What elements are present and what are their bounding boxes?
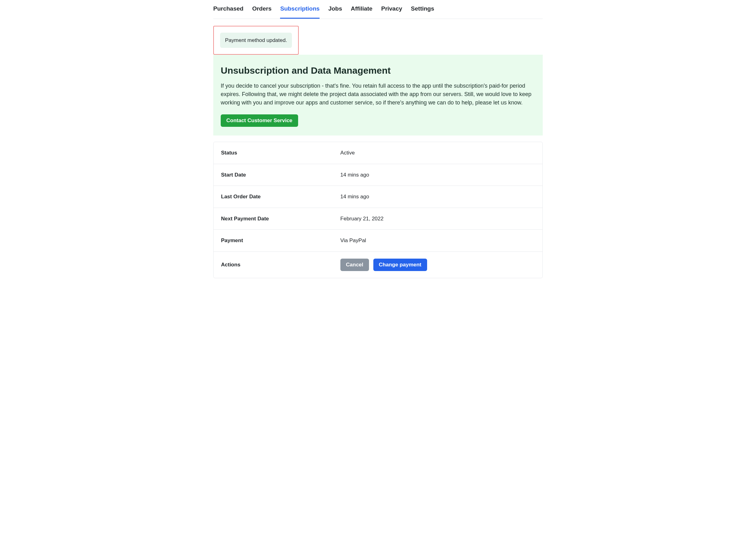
alert-message: Payment method updated. [225,37,287,43]
info-panel-body: If you decide to cancel your subscriptio… [221,82,535,107]
tab-settings[interactable]: Settings [411,0,434,19]
alert-highlight-box: Payment method updated. [213,26,299,55]
detail-label-last-order-date: Last Order Date [221,193,340,201]
tab-privacy[interactable]: Privacy [381,0,402,19]
detail-row-payment: Payment Via PayPal [214,230,542,252]
tab-orders[interactable]: Orders [252,0,271,19]
alert-success: Payment method updated. [220,33,292,48]
detail-label-status: Status [221,149,340,157]
detail-row-actions: Actions Cancel Change payment [214,252,542,278]
detail-row-last-order-date: Last Order Date 14 mins ago [214,186,542,208]
contact-customer-service-button[interactable]: Contact Customer Service [221,114,298,127]
tab-purchased[interactable]: Purchased [213,0,243,19]
detail-label-actions: Actions [221,261,340,269]
detail-label-start-date: Start Date [221,171,340,179]
detail-value-next-payment-date: February 21, 2022 [340,215,384,223]
change-payment-button[interactable]: Change payment [373,259,427,271]
detail-label-payment: Payment [221,236,340,245]
tabs-nav: Purchased Orders Subscriptions Jobs Affi… [213,0,543,19]
detail-value-start-date: 14 mins ago [340,171,369,179]
detail-value-status: Active [340,149,355,157]
detail-row-start-date: Start Date 14 mins ago [214,164,542,186]
subscription-details: Status Active Start Date 14 mins ago Las… [213,142,543,278]
tab-affiliate[interactable]: Affiliate [351,0,373,19]
detail-label-next-payment-date: Next Payment Date [221,215,340,223]
tab-jobs[interactable]: Jobs [328,0,342,19]
tab-subscriptions[interactable]: Subscriptions [280,0,320,19]
detail-row-status: Status Active [214,142,542,164]
detail-row-next-payment-date: Next Payment Date February 21, 2022 [214,208,542,230]
unsubscription-info-panel: Unsubscription and Data Management If yo… [213,55,543,136]
cancel-button[interactable]: Cancel [340,259,369,271]
detail-value-payment: Via PayPal [340,236,366,245]
detail-value-last-order-date: 14 mins ago [340,193,369,201]
info-panel-heading: Unsubscription and Data Management [221,64,535,77]
detail-actions-cell: Cancel Change payment [340,259,427,271]
